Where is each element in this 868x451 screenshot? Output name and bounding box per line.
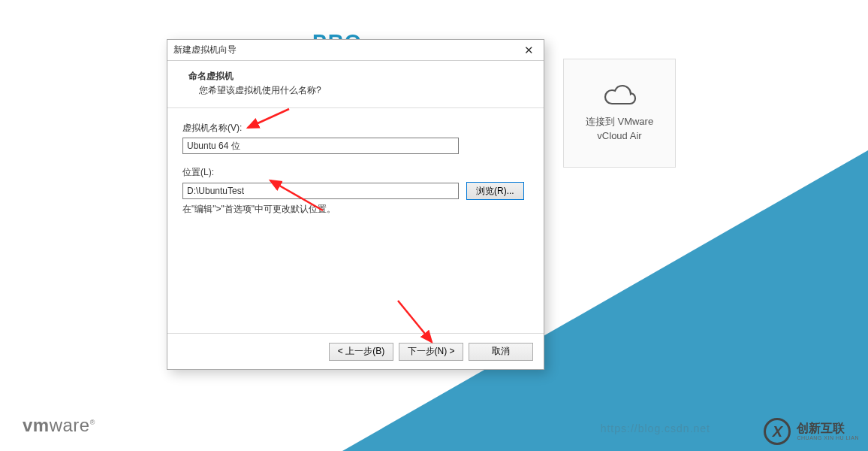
brand-cn-text: 创新互联	[797, 422, 859, 435]
vcloud-card-label: 连接到 VMware vCloud Air	[586, 115, 653, 142]
vcloud-line1: 连接到 VMware	[586, 116, 653, 127]
browse-button[interactable]: 浏览(R)...	[466, 182, 524, 200]
close-button[interactable]: ✕	[514, 40, 544, 60]
dialog-header-title: 命名虚拟机	[188, 70, 530, 83]
vm-name-field-group: 虚拟机名称(V):	[182, 122, 529, 154]
back-button[interactable]: < 上一步(B)	[329, 343, 393, 361]
dialog-titlebar[interactable]: 新建虚拟机向导 ✕	[167, 40, 544, 61]
dialog-title: 新建虚拟机向导	[173, 44, 237, 56]
dialog-body: 虚拟机名称(V): 位置(L): 浏览(R)... 在"编辑">"首选项"中可更…	[167, 108, 544, 333]
location-label: 位置(L):	[182, 166, 529, 179]
next-button[interactable]: 下一步(N) >	[399, 343, 463, 361]
brand-en-text: CHUANG XIN HU LIAN	[797, 435, 859, 441]
location-hint: 在"编辑">"首选项"中可更改默认位置。	[182, 203, 529, 216]
vcloud-line2: vCloud Air	[597, 130, 641, 141]
close-icon: ✕	[524, 44, 534, 57]
dialog-header: 命名虚拟机 您希望该虚拟机使用什么名称?	[167, 61, 544, 108]
url-watermark: https://blog.csdn.net	[601, 422, 710, 434]
dialog-footer: < 上一步(B) 下一步(N) > 取消	[167, 333, 544, 369]
vm-name-input[interactable]	[182, 138, 459, 154]
dialog-header-subtitle: 您希望该虚拟机使用什么名称?	[199, 84, 530, 97]
location-input[interactable]	[182, 183, 459, 199]
location-field-group: 位置(L): 浏览(R)... 在"编辑">"首选项"中可更改默认位置。	[182, 166, 529, 216]
brand-watermark: X 创新互联 CHUANG XIN HU LIAN	[764, 418, 859, 445]
brand-circle-icon: X	[764, 418, 791, 445]
new-vm-wizard-dialog: 新建虚拟机向导 ✕ 命名虚拟机 您希望该虚拟机使用什么名称? 虚拟机名称(V):…	[167, 39, 544, 370]
vmware-logo: vmware®	[23, 415, 95, 436]
vcloud-air-card[interactable]: 连接到 VMware vCloud Air	[563, 59, 676, 168]
vm-name-label: 虚拟机名称(V):	[182, 122, 529, 135]
cloud-icon	[601, 83, 638, 107]
cancel-button[interactable]: 取消	[469, 343, 533, 361]
vmware-text: ware	[50, 415, 90, 435]
